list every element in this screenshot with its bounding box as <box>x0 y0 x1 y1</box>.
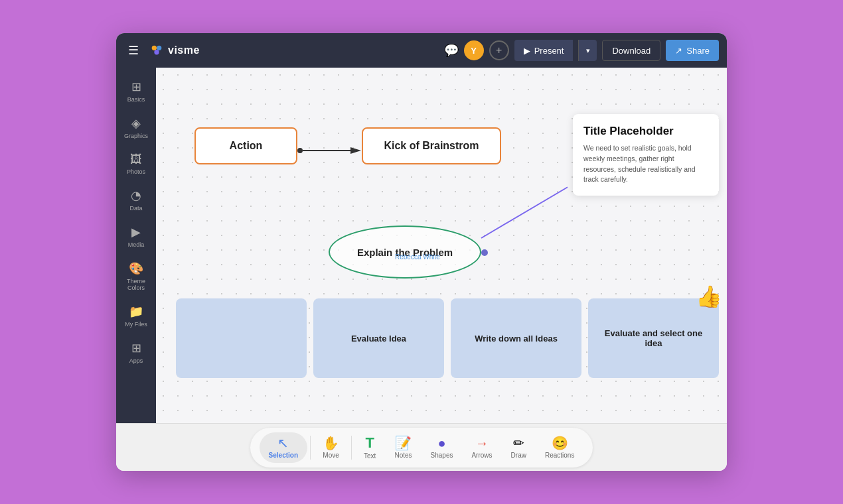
card-empty[interactable] <box>176 298 307 378</box>
photos-icon: 🖼 <box>130 153 142 166</box>
sidebar-item-label: Theme Colors <box>119 278 153 291</box>
svg-point-4 <box>297 148 303 153</box>
tool-arrows[interactable]: → Arrows <box>462 432 501 463</box>
canvas[interactable]: Action Kick of Brainstrom Title Placehol… <box>156 68 727 423</box>
arrows-icon: → <box>475 436 489 450</box>
theme-colors-icon: 🎨 <box>129 261 143 276</box>
topbar-actions: 💬 Y + ▶ Present ▾ Download ↗ Share <box>444 40 719 61</box>
title-card-body: We need to set realistic goals, hold wee… <box>583 143 708 185</box>
shape-kick[interactable]: Kick of Brainstrom <box>362 127 501 164</box>
sidebar-item-theme-colors[interactable]: 🎨 Theme Colors <box>116 256 156 296</box>
sidebar-item-basics[interactable]: ⊞ Basics <box>116 74 156 108</box>
my-files-icon: 📁 <box>129 304 143 319</box>
sidebar-item-label: Media <box>128 241 145 248</box>
card-write-ideas[interactable]: Write down all Ideas <box>451 298 581 378</box>
sidebar-item-photos[interactable]: 🖼 Photos <box>116 147 156 180</box>
text-icon: T <box>366 436 374 450</box>
toolbar-divider <box>351 436 352 460</box>
basics-icon: ⊞ <box>131 80 141 94</box>
shape-action-label: Action <box>230 140 263 152</box>
move-icon: ✋ <box>323 436 339 450</box>
card-label: Evaluate Idea <box>351 334 406 344</box>
logo-text: visme <box>168 44 200 56</box>
tool-notes[interactable]: 📝 Notes <box>385 432 421 463</box>
oval-user-label: Rebecca White <box>395 253 440 261</box>
tool-draw[interactable]: ✏ Draw <box>502 432 536 463</box>
shape-kick-label: Kick of Brainstrom <box>384 140 479 152</box>
sidebar-item-data[interactable]: ◔ Data <box>116 183 156 217</box>
svg-line-3 <box>481 187 568 238</box>
sidebar-item-label: Photos <box>127 168 145 175</box>
sidebar-item-media[interactable]: ▶ Media <box>116 220 156 253</box>
tool-shapes[interactable]: ● Shapes <box>422 432 463 463</box>
svg-point-1 <box>157 46 161 50</box>
sidebar-item-my-files[interactable]: 📁 My Files <box>116 299 156 333</box>
svg-point-2 <box>154 50 159 54</box>
menu-icon[interactable]: ☰ <box>124 40 143 60</box>
sidebar: ⊞ Basics ◈ Graphics 🖼 Photos ◔ Data ▶ Me… <box>116 68 156 423</box>
tool-label: Selection <box>269 452 298 459</box>
avatar[interactable]: Y <box>464 40 484 60</box>
present-button[interactable]: ▶ Present <box>514 40 574 61</box>
sidebar-item-graphics[interactable]: ◈ Graphics <box>116 111 156 145</box>
oval-explain-problem[interactable]: Explain the Problem <box>329 225 481 279</box>
media-icon: ▶ <box>131 225 141 239</box>
download-button[interactable]: Download <box>602 40 660 61</box>
cards-row: Evaluate Idea Write down all Ideas 👍 Eva… <box>176 298 719 378</box>
sidebar-item-label: My Files <box>125 321 147 328</box>
card-label: Write down all Ideas <box>475 334 558 344</box>
sidebar-item-label: Graphics <box>124 133 148 139</box>
chat-icon[interactable]: 💬 <box>444 43 459 58</box>
thumbs-up-icon: 👍 <box>696 284 722 309</box>
notes-icon: 📝 <box>395 436 412 450</box>
card-label: Evaluate and select one idea <box>595 328 712 348</box>
toolbar-divider <box>310 436 311 460</box>
graphics-icon: ◈ <box>131 116 141 131</box>
selection-icon: ↖ <box>277 436 289 450</box>
topbar: ☰ visme 💬 Y + ▶ Present ▾ Download ↗ Sha… <box>116 33 727 68</box>
sidebar-item-label: Basics <box>127 96 145 103</box>
app-window: ☰ visme 💬 Y + ▶ Present ▾ Download ↗ Sha… <box>116 33 727 471</box>
add-collaborator-icon[interactable]: + <box>489 40 509 60</box>
tool-label: Shapes <box>431 452 453 459</box>
shapes-icon: ● <box>437 436 445 450</box>
title-card-title: Title Placeholder <box>583 125 708 138</box>
data-icon: ◔ <box>131 188 141 203</box>
connector-dot <box>481 249 488 256</box>
tool-label: Draw <box>511 452 526 459</box>
svg-point-0 <box>152 46 157 50</box>
share-button[interactable]: ↗ Share <box>666 40 719 61</box>
shape-action[interactable]: Action <box>194 127 297 164</box>
arrow-connector <box>297 144 361 157</box>
reactions-icon: 😊 <box>552 436 568 450</box>
draw-icon: ✏ <box>513 436 524 450</box>
tool-move[interactable]: ✋ Move <box>313 432 348 463</box>
present-dropdown-button[interactable]: ▾ <box>578 40 597 61</box>
topbar-logo: visme <box>149 43 200 58</box>
main-area: ⊞ Basics ◈ Graphics 🖼 Photos ◔ Data ▶ Me… <box>116 68 727 423</box>
sidebar-item-apps[interactable]: ⊞ Apps <box>116 336 156 369</box>
sidebar-item-label: Apps <box>129 357 143 364</box>
card-evaluate-idea[interactable]: Evaluate Idea <box>313 298 444 378</box>
tool-label: Reactions <box>545 452 574 459</box>
toolbar-inner: ↖ Selection ✋ Move T Text 📝 Notes ● Shap… <box>250 428 593 468</box>
tool-label: Notes <box>394 452 412 459</box>
svg-marker-6 <box>350 147 361 154</box>
tool-reactions[interactable]: 😊 Reactions <box>536 432 583 463</box>
apps-icon: ⊞ <box>131 341 141 355</box>
tool-label: Move <box>323 452 339 459</box>
toolbar: ↖ Selection ✋ Move T Text 📝 Notes ● Shap… <box>116 423 727 471</box>
tool-label: Arrows <box>471 452 492 459</box>
sidebar-item-label: Data <box>129 205 142 212</box>
card-select-idea[interactable]: 👍 Evaluate and select one idea <box>588 298 719 378</box>
tool-label: Text <box>364 452 376 460</box>
tool-text[interactable]: T Text <box>354 432 385 464</box>
title-card[interactable]: Title Placeholder We need to set realist… <box>573 114 719 196</box>
tool-selection[interactable]: ↖ Selection <box>260 432 307 463</box>
